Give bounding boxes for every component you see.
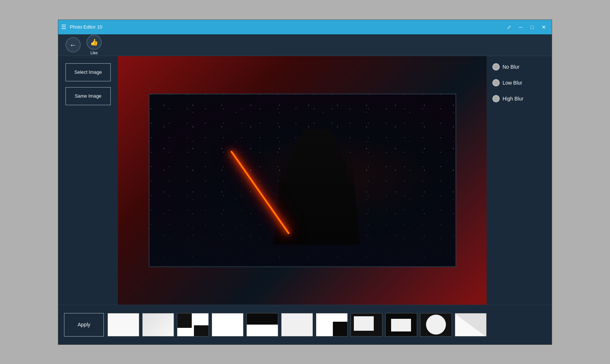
filter-thumb-11[interactable] (455, 313, 487, 337)
like-button-wrap: 👍 Like (86, 35, 102, 55)
low-blur-label: Low Blur (503, 80, 522, 86)
main-image (149, 94, 456, 267)
cloak (284, 129, 350, 245)
hamburger-icon[interactable]: ☰ (61, 23, 66, 30)
filter-thumb-5[interactable] (246, 313, 278, 337)
filter-thumb-6[interactable] (281, 313, 313, 337)
back-button[interactable]: ← (65, 37, 81, 52)
resize-button[interactable]: ⤢ (504, 22, 514, 32)
high-blur-label: High Blur (503, 96, 524, 102)
filter-thumb-4[interactable] (212, 313, 243, 337)
filter-thumb-1[interactable] (107, 313, 139, 337)
no-blur-label: No Blur (503, 64, 520, 70)
back-icon: ← (69, 41, 77, 49)
filter-thumb-10[interactable] (420, 313, 452, 337)
window-controls: ⤢ ─ □ ✕ (504, 22, 549, 32)
right-panel: No Blur Low Blur High Blur (487, 56, 552, 305)
figure (281, 122, 353, 245)
maximize-button[interactable]: □ (527, 22, 537, 32)
low-blur-radio[interactable] (492, 79, 500, 86)
high-blur-option[interactable]: High Blur (492, 95, 524, 102)
app-window: ☰ Photo Editor 10 ⤢ ─ □ ✕ ← 👍 Like Selec… (58, 20, 552, 345)
filter-thumb-3[interactable] (177, 313, 209, 337)
same-image-button[interactable]: Same Image (65, 87, 111, 105)
toolbar: ← 👍 Like (58, 34, 552, 56)
low-blur-option[interactable]: Low Blur (492, 79, 522, 86)
high-blur-radio[interactable] (492, 95, 500, 102)
like-label: Like (90, 51, 98, 55)
figure-scene (149, 94, 456, 266)
like-button[interactable]: 👍 (86, 35, 102, 50)
filter-thumb-9[interactable] (385, 313, 417, 337)
filter-thumb-7[interactable] (316, 313, 348, 337)
select-image-button[interactable]: Select Image (65, 63, 111, 81)
filter-thumb-8[interactable] (351, 313, 382, 337)
no-blur-option[interactable]: No Blur (492, 63, 520, 70)
title-bar: ☰ Photo Editor 10 ⤢ ─ □ ✕ (58, 20, 552, 34)
canvas-area (118, 56, 487, 305)
apply-button[interactable]: Apply (64, 313, 104, 337)
close-button[interactable]: ✕ (539, 22, 549, 32)
no-blur-radio[interactable] (492, 63, 500, 70)
window-title: Photo Editor 10 (70, 24, 504, 30)
filter-thumbnails (107, 313, 546, 337)
left-sidebar: Select Image Same Image (58, 56, 118, 305)
filter-thumb-2[interactable] (142, 313, 174, 337)
bottom-area: Apply (58, 305, 552, 344)
like-icon: 👍 (90, 38, 98, 46)
main-area: Select Image Same Image (58, 56, 552, 305)
minimize-button[interactable]: ─ (516, 22, 526, 32)
